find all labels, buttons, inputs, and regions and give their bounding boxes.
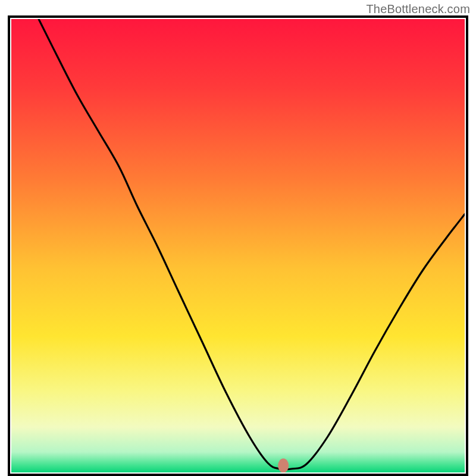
heat-gradient: [11, 19, 465, 472]
marker-point: [278, 459, 289, 473]
bottleneck-chart: [0, 0, 476, 476]
watermark-text: TheBottleneck.com: [366, 2, 470, 16]
chart-container: TheBottleneck.com: [0, 0, 476, 476]
